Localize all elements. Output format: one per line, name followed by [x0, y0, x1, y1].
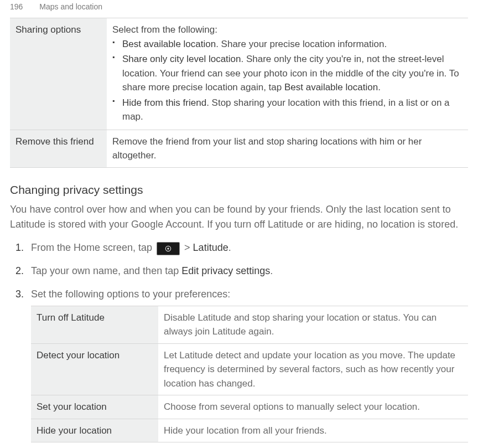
- header-section: Maps and location: [39, 2, 102, 11]
- table-row: Detect your location Let Latitude detect…: [31, 343, 468, 395]
- section-heading: Changing privacy settings: [10, 183, 468, 197]
- step-text: .: [270, 265, 273, 276]
- row-label: Set your location: [31, 395, 158, 419]
- step-item: From the Home screen, tap > Latitude.: [31, 240, 468, 256]
- option-name: Share only city level location: [122, 54, 241, 64]
- svg-point-1: [167, 248, 169, 250]
- intro-text: Select from the following:: [112, 23, 463, 37]
- row-label: Turn off Latitude: [31, 306, 158, 343]
- section-intro: You have control over how and when you c…: [10, 202, 468, 233]
- row-desc: Remove the friend from your list and sto…: [107, 130, 468, 167]
- step-text: Set the following options to your prefer…: [31, 289, 230, 300]
- step-text: >: [181, 242, 193, 253]
- table-row: Sharing options Select from the followin…: [10, 18, 468, 130]
- option-ref: Best available location: [284, 82, 378, 92]
- table-row: Set your location Choose from several op…: [31, 395, 468, 419]
- list-item: Share only city level location. Share on…: [112, 52, 463, 95]
- step-target: Latitude: [193, 242, 228, 253]
- step-text: From the Home screen, tap: [31, 242, 155, 253]
- table-row: Hide your location Hide your location fr…: [31, 419, 468, 442]
- row-desc: Choose from several options to manually …: [158, 395, 468, 419]
- list-item: Hide from this friend. Stop sharing your…: [112, 96, 463, 124]
- row-label: Detect your location: [31, 343, 158, 395]
- option-desc-end: .: [378, 82, 381, 92]
- row-desc: Hide your location from all your friends…: [158, 419, 468, 442]
- step-item: Tap your own name, and then tap Edit pri…: [31, 264, 468, 279]
- step-target: Edit privacy settings: [181, 265, 270, 276]
- option-name: Best available location: [122, 39, 216, 49]
- options-list: Best available location. Share your prec…: [112, 37, 463, 124]
- steps-list: From the Home screen, tap > Latitude. Ta…: [10, 240, 468, 442]
- table-row: Turn off Latitude Disable Latitude and s…: [31, 306, 468, 343]
- page-header: 196 Maps and location: [0, 0, 478, 18]
- row-label: Remove this friend: [10, 130, 107, 167]
- option-name: Hide from this friend: [122, 97, 206, 108]
- row-desc: Select from the following: Best availabl…: [107, 18, 468, 130]
- row-label: Sharing options: [10, 18, 107, 130]
- row-label: Hide your location: [31, 419, 158, 442]
- page-number: 196: [10, 2, 23, 11]
- page-content: Sharing options Select from the followin…: [0, 18, 478, 442]
- sharing-options-table: Sharing options Select from the followin…: [10, 18, 468, 168]
- list-item: Best available location. Share your prec…: [112, 37, 463, 52]
- table-row: Remove this friend Remove the friend fro…: [10, 130, 468, 167]
- step-text: Tap your own name, and then tap: [31, 265, 181, 276]
- option-desc: . Share your precise location informatio…: [216, 39, 387, 49]
- apps-icon: [157, 242, 180, 255]
- step-text: .: [228, 242, 231, 253]
- row-desc: Let Latitude detect and update your loca…: [158, 343, 468, 395]
- privacy-options-table: Turn off Latitude Disable Latitude and s…: [31, 306, 468, 443]
- step-item: Set the following options to your prefer…: [31, 287, 468, 442]
- row-desc: Disable Latitude and stop sharing your l…: [158, 306, 468, 343]
